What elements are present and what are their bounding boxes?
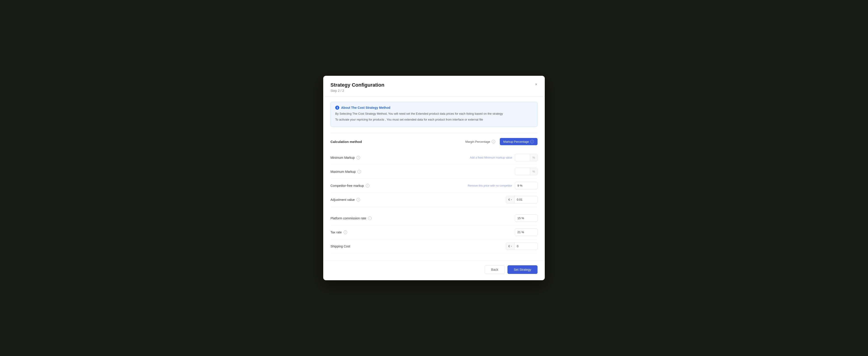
competitor-free-markup-row: Competitor-free markup i Remove this pri… (331, 179, 537, 193)
calculation-method-row: Calculation method Margin Percentage i M… (331, 138, 537, 145)
tax-rate-input-wrapper (515, 229, 537, 236)
minimum-markup-hint: Add a fixed Minimum markup value (470, 156, 512, 159)
set-strategy-button[interactable]: Set Strategy (507, 265, 537, 274)
adjustment-chevron-icon: ▾ (511, 198, 512, 201)
close-button[interactable]: × (533, 81, 539, 88)
adjustment-value-row: Adjustment value i € ▾ (331, 193, 537, 207)
tax-rate-input[interactable] (515, 229, 537, 236)
info-banner-title: About The Cost Strategy Method (335, 106, 533, 110)
modal-body: About The Cost Strategy Method By Select… (323, 96, 545, 261)
adjustment-currency-symbol: € (508, 198, 510, 201)
maximum-markup-row: Maximum Markup i % (331, 165, 537, 179)
section-gap (331, 207, 537, 211)
shipping-cost-right: € ▾ (506, 242, 537, 250)
shipping-currency-dropdown[interactable]: € ▾ (506, 243, 515, 250)
adjustment-value-info-icon[interactable]: i (356, 198, 360, 202)
platform-commission-rate-label: Platform commission rate i (331, 216, 372, 220)
margin-percentage-button[interactable]: Margin Percentage i (464, 139, 497, 144)
adjustment-value-label: Adjustment value i (331, 198, 360, 202)
platform-commission-right (515, 214, 537, 222)
minimum-markup-info-icon[interactable]: i (356, 156, 360, 159)
modal-title: Strategy Configuration (331, 82, 537, 88)
calc-method-label: Calculation method (331, 140, 362, 144)
maximum-markup-input-wrapper: % (515, 168, 537, 175)
shipping-cost-input-wrapper: € ▾ (506, 242, 537, 250)
adjustment-currency-dropdown[interactable]: € ▾ (506, 196, 515, 203)
minimum-markup-right: Add a fixed Minimum markup value % (470, 154, 537, 161)
competitor-free-markup-hint: Remove this price with no competitor (468, 184, 512, 187)
markup-info-icon[interactable]: i (530, 140, 534, 143)
info-banner-text2: To activate your repricing for products … (335, 117, 533, 122)
platform-commission-input[interactable] (515, 215, 537, 221)
maximum-markup-right: % (515, 168, 537, 175)
maximum-markup-label: Maximum Markup i (331, 170, 361, 174)
maximum-markup-info-icon[interactable]: i (358, 170, 361, 174)
minimum-markup-input-wrapper: % (515, 154, 537, 161)
shipping-cost-row: Shipping Cost € ▾ (331, 239, 537, 253)
shipping-chevron-icon: ▾ (511, 245, 512, 247)
competitor-free-markup-label: Competitor-free markup i (331, 184, 369, 187)
competitor-free-markup-info-icon[interactable]: i (366, 184, 369, 187)
info-banner-text1: By Selecting The Cost Strategy Method, Y… (335, 112, 533, 116)
adjustment-value-right: € ▾ (506, 196, 537, 203)
maximum-markup-suffix: % (530, 168, 537, 175)
section-divider (331, 133, 537, 134)
back-button[interactable]: Back (485, 265, 505, 274)
calc-method-buttons: Margin Percentage i Markup Percentage i (464, 138, 537, 145)
platform-commission-input-wrapper (515, 214, 537, 222)
tax-rate-label: Tax rate i (331, 231, 347, 234)
minimum-markup-suffix: % (530, 154, 537, 161)
info-banner: About The Cost Strategy Method By Select… (331, 102, 537, 127)
margin-info-icon[interactable]: i (492, 140, 495, 143)
platform-commission-rate-row: Platform commission rate i (331, 211, 537, 225)
minimum-markup-row: Minimum Markup i Add a fixed Minimum mar… (331, 151, 537, 165)
margin-percentage-label: Margin Percentage (465, 140, 490, 143)
shipping-cost-label: Shipping Cost (331, 244, 350, 248)
competitor-free-markup-right: Remove this price with no competitor (468, 182, 537, 189)
modal-footer: Back Set Strategy (323, 261, 545, 280)
modal-header: Strategy Configuration Step 2 / 2 × (323, 76, 545, 96)
tax-rate-row: Tax rate i (331, 225, 537, 239)
markup-percentage-button[interactable]: Markup Percentage i (500, 138, 537, 145)
shipping-cost-input[interactable] (515, 243, 537, 250)
maximum-markup-input[interactable] (515, 168, 530, 175)
strategy-configuration-modal: Strategy Configuration Step 2 / 2 × Abou… (323, 76, 545, 280)
modal-step: Step 2 / 2 (331, 89, 537, 92)
minimum-markup-input[interactable] (515, 154, 530, 161)
competitor-free-markup-input[interactable] (515, 182, 537, 189)
tax-rate-right (515, 229, 537, 236)
adjustment-value-input[interactable] (515, 196, 537, 203)
markup-percentage-label: Markup Percentage (503, 140, 529, 143)
platform-commission-info-icon[interactable]: i (368, 216, 372, 220)
shipping-currency-symbol: € (508, 244, 510, 248)
tax-rate-info-icon[interactable]: i (344, 231, 347, 234)
adjustment-value-input-wrapper: € ▾ (506, 196, 537, 203)
competitor-free-markup-input-wrapper (515, 182, 537, 189)
minimum-markup-label: Minimum Markup i (331, 156, 360, 159)
